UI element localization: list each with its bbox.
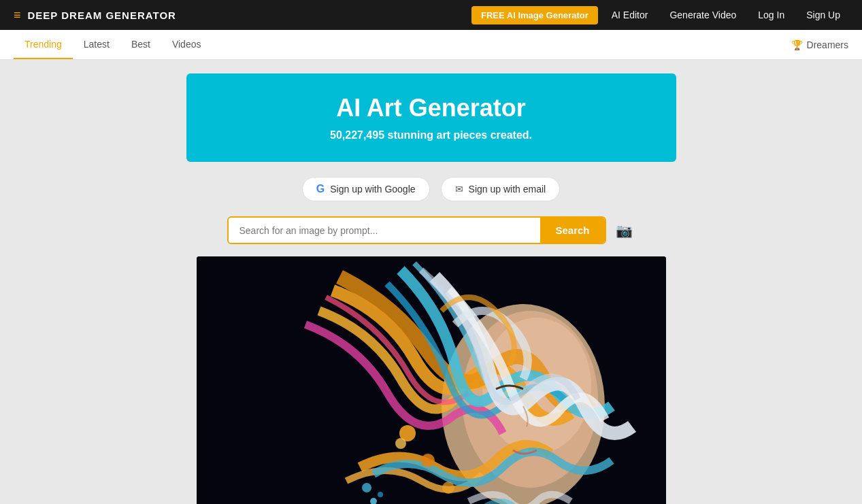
tab-videos[interactable]: Videos: [161, 31, 212, 59]
svg-point-8: [362, 483, 371, 492]
tab-trending[interactable]: Trending: [14, 31, 73, 59]
hero-title: AI Art Generator: [214, 94, 649, 122]
signup-button[interactable]: Sign Up: [798, 5, 848, 24]
navbar-left: ≡ DEEP DREAM GENERATOR: [14, 8, 176, 22]
email-signup-label: Sign up with email: [469, 184, 546, 195]
ai-editor-button[interactable]: AI Editor: [603, 5, 657, 24]
subnav: Trending Latest Best Videos 🏆 Dreamers: [0, 30, 862, 60]
email-icon: ✉: [455, 184, 463, 195]
trophy-icon: 🏆: [791, 39, 803, 50]
signup-row: G Sign up with Google ✉ Sign up with ema…: [302, 177, 560, 201]
hero-count: 50,227,495: [330, 129, 384, 141]
tab-best[interactable]: Best: [120, 31, 161, 59]
generate-video-button[interactable]: Generate Video: [661, 5, 744, 24]
hero-subtitle-text: stunning art pieces created.: [384, 129, 532, 141]
svg-point-7: [442, 482, 454, 494]
hero-banner: AI Art Generator 50,227,495 stunning art…: [186, 73, 676, 162]
free-ai-button[interactable]: FREE AI Image Generator: [471, 6, 598, 24]
google-signup-button[interactable]: G Sign up with Google: [302, 177, 430, 201]
menu-icon[interactable]: ≡: [14, 8, 21, 22]
google-icon: G: [316, 183, 325, 195]
brand-name: DEEP DREAM GENERATOR: [28, 10, 176, 21]
navbar-right: FREE AI Image Generator AI Editor Genera…: [471, 5, 848, 24]
search-input[interactable]: [229, 218, 541, 243]
camera-search-button[interactable]: 📷: [613, 220, 635, 241]
navbar: ≡ DEEP DREAM GENERATOR FREE AI Image Gen…: [0, 0, 862, 30]
artwork-svg: [197, 256, 666, 504]
artwork-container: [197, 256, 666, 504]
hero-subtitle: 50,227,495 stunning art pieces created.: [214, 129, 649, 141]
search-button[interactable]: Search: [540, 218, 604, 243]
svg-point-10: [378, 492, 383, 497]
dreamers-link[interactable]: 🏆 Dreamers: [791, 39, 848, 50]
dreamers-label: Dreamers: [807, 39, 848, 50]
svg-point-6: [421, 454, 435, 467]
artwork-image: [197, 256, 666, 504]
email-signup-button[interactable]: ✉ Sign up with email: [441, 177, 561, 201]
google-signup-label: Sign up with Google: [330, 184, 415, 195]
camera-icon: 📷: [616, 223, 633, 238]
search-input-wrap: Search: [227, 216, 606, 244]
svg-point-5: [395, 438, 406, 449]
tab-latest[interactable]: Latest: [73, 31, 120, 59]
login-button[interactable]: Log In: [750, 5, 793, 24]
main-content: AI Art Generator 50,227,495 stunning art…: [0, 60, 862, 504]
subnav-tabs: Trending Latest Best Videos: [14, 31, 212, 59]
search-row: Search 📷: [227, 216, 635, 244]
